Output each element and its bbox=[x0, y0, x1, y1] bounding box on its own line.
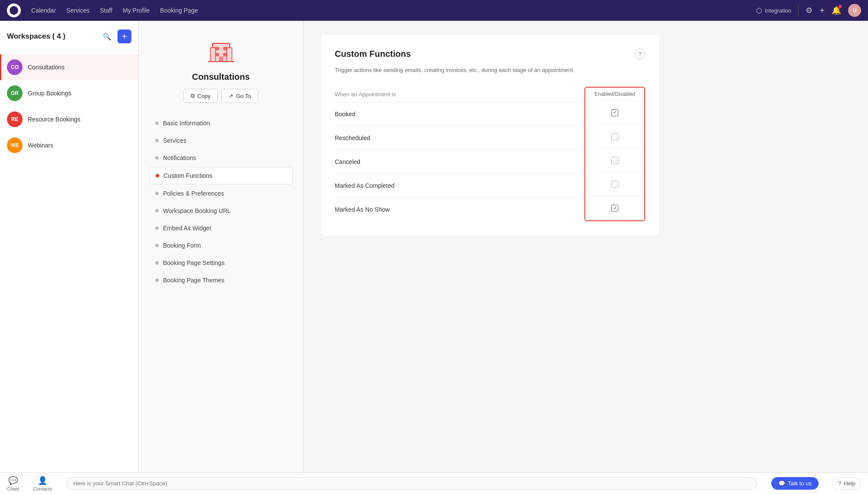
middle-menu-list: Basic Information Services Notifications… bbox=[149, 115, 293, 289]
menu-dot bbox=[155, 121, 159, 125]
cf-help-button[interactable]: ? bbox=[635, 49, 645, 59]
cf-checkbox-completed[interactable] bbox=[585, 173, 644, 196]
talk-to-us-button[interactable]: 💬 Talk to us bbox=[771, 477, 819, 490]
menu-label: Booking Form bbox=[163, 242, 201, 249]
workspace-name-webinars: Webinars bbox=[28, 142, 53, 149]
cf-labels-column: When an Appointment is Booked Reschedule… bbox=[335, 87, 584, 222]
sidebar: Workspaces ( 4 ) 🔍 + CO Consultations GR… bbox=[0, 21, 139, 472]
help-label: Help bbox=[844, 480, 855, 487]
svg-rect-3 bbox=[215, 53, 219, 56]
plus-icon[interactable]: + bbox=[819, 6, 825, 16]
avatar-re: RE bbox=[7, 111, 23, 127]
help-button[interactable]: ? Help bbox=[832, 477, 861, 490]
settings-icon[interactable]: ⚙ bbox=[806, 6, 813, 15]
main-content: Workspaces ( 4 ) 🔍 + CO Consultations GR… bbox=[0, 21, 868, 472]
menu-dot-active bbox=[156, 174, 159, 177]
sidebar-title: Workspaces ( 4 ) bbox=[7, 32, 65, 41]
menu-services[interactable]: Services bbox=[149, 132, 293, 149]
menu-booking-url[interactable]: Workspace Booking URL bbox=[149, 203, 293, 219]
nav-links: Calendar Services Staff My Profile Booki… bbox=[31, 5, 198, 16]
integration-link[interactable]: ⬡ Integration bbox=[756, 7, 791, 15]
menu-dot bbox=[155, 139, 159, 142]
menu-booking-page-settings[interactable]: Booking Page Settings bbox=[149, 255, 293, 271]
bottom-bar: 💬 Chats 👤 Contacts 💬 Talk to us ? Help bbox=[0, 472, 868, 494]
contacts-label: Contacts bbox=[33, 486, 52, 491]
menu-dot bbox=[155, 209, 159, 213]
right-panel: Custom Functions ? Trigger actions like … bbox=[303, 21, 868, 472]
svg-rect-7 bbox=[227, 48, 232, 62]
smart-chat-input[interactable] bbox=[66, 477, 757, 490]
avatar-co: CO bbox=[7, 59, 23, 75]
workspace-list: CO Consultations GR Group Bookings RE Re… bbox=[0, 51, 138, 472]
sidebar-header-actions: 🔍 + bbox=[101, 29, 131, 43]
menu-label: Services bbox=[163, 137, 186, 144]
goto-button[interactable]: ↗ Go To bbox=[221, 89, 258, 103]
cf-checkbox-booked[interactable] bbox=[585, 101, 644, 125]
copy-label: Copy bbox=[197, 93, 210, 99]
bell-icon[interactable]: 🔔 bbox=[832, 6, 841, 15]
copy-icon: ⧉ bbox=[191, 92, 195, 99]
cf-when-header: When an Appointment is bbox=[335, 87, 584, 102]
menu-dot bbox=[155, 278, 159, 282]
menu-dot bbox=[155, 244, 159, 247]
svg-rect-5 bbox=[219, 56, 223, 62]
copy-button[interactable]: ⧉ Copy bbox=[183, 89, 218, 103]
checkbox-canceled[interactable] bbox=[611, 157, 618, 164]
cf-checkbox-rescheduled[interactable] bbox=[585, 125, 644, 149]
checkbox-rescheduled[interactable] bbox=[611, 133, 618, 140]
svg-rect-1 bbox=[215, 47, 219, 50]
avatar-gr: GR bbox=[7, 85, 23, 101]
talk-to-us-label: Talk to us bbox=[788, 480, 812, 487]
checkbox-completed[interactable] bbox=[611, 181, 618, 188]
nav-bookingpage[interactable]: Booking Page bbox=[160, 5, 198, 16]
cf-row-completed-label: Marked As Completed bbox=[335, 174, 584, 198]
menu-embed-widget[interactable]: Embed As Widget bbox=[149, 220, 293, 236]
svg-rect-2 bbox=[223, 47, 227, 50]
top-navigation: Calendar Services Staff My Profile Booki… bbox=[0, 0, 868, 21]
action-buttons: ⧉ Copy ↗ Go To bbox=[183, 89, 258, 103]
menu-policies[interactable]: Policies & Preferences bbox=[149, 185, 293, 202]
app-logo[interactable] bbox=[7, 3, 21, 17]
svg-rect-6 bbox=[210, 48, 215, 62]
help-icon: ? bbox=[838, 480, 841, 487]
cf-table: When an Appointment is Booked Reschedule… bbox=[335, 87, 645, 222]
goto-label: Go To bbox=[236, 93, 251, 99]
workspace-item-resourcebookings[interactable]: RE Resource Bookings bbox=[0, 106, 138, 132]
workspace-name-consultations: Consultations bbox=[28, 64, 65, 71]
cf-row-booked-label: Booked bbox=[335, 102, 584, 126]
nav-divider bbox=[798, 5, 799, 16]
notification-dot bbox=[839, 5, 842, 8]
menu-custom-functions[interactable]: Custom Functions bbox=[149, 167, 293, 184]
workspace-item-groupbookings[interactable]: GR Group Bookings bbox=[0, 80, 138, 106]
nav-calendar[interactable]: Calendar bbox=[31, 5, 56, 16]
menu-label: Custom Functions bbox=[163, 172, 212, 179]
avatar[interactable]: U bbox=[848, 4, 861, 17]
nav-right: ⬡ Integration ⚙ + 🔔 U bbox=[756, 4, 861, 17]
checkbox-booked[interactable] bbox=[611, 109, 618, 116]
menu-dot bbox=[155, 226, 159, 230]
chats-button[interactable]: 💬 Chats bbox=[7, 476, 20, 491]
contacts-button[interactable]: 👤 Contacts bbox=[33, 476, 52, 491]
cf-enabled-header: Enabled/Disabled bbox=[585, 88, 644, 101]
menu-dot bbox=[155, 192, 159, 195]
cf-checkbox-canceled[interactable] bbox=[585, 149, 644, 173]
workspace-item-consultations[interactable]: CO Consultations bbox=[0, 54, 138, 80]
menu-booking-form[interactable]: Booking Form bbox=[149, 237, 293, 254]
nav-myprofile[interactable]: My Profile bbox=[123, 5, 150, 16]
nav-staff[interactable]: Staff bbox=[100, 5, 113, 16]
menu-label: Embed As Widget bbox=[163, 225, 211, 232]
cf-checkbox-noshow[interactable] bbox=[585, 196, 644, 220]
menu-notifications[interactable]: Notifications bbox=[149, 150, 293, 166]
avatar-we: WE bbox=[7, 137, 23, 153]
checkbox-noshow[interactable] bbox=[611, 205, 618, 212]
menu-booking-page-themes[interactable]: Booking Page Themes bbox=[149, 272, 293, 288]
search-icon[interactable]: 🔍 bbox=[101, 31, 113, 43]
logo-inner bbox=[10, 6, 18, 15]
cf-description: Trigger actions like sending emails, cre… bbox=[335, 66, 645, 75]
chats-icon: 💬 bbox=[8, 476, 18, 485]
cf-row-noshow-label: Marked As No Show bbox=[335, 198, 584, 222]
workspace-item-webinars[interactable]: WE Webinars bbox=[0, 132, 138, 158]
add-workspace-button[interactable]: + bbox=[117, 29, 131, 43]
nav-services[interactable]: Services bbox=[66, 5, 90, 16]
menu-basic-info[interactable]: Basic Information bbox=[149, 115, 293, 131]
